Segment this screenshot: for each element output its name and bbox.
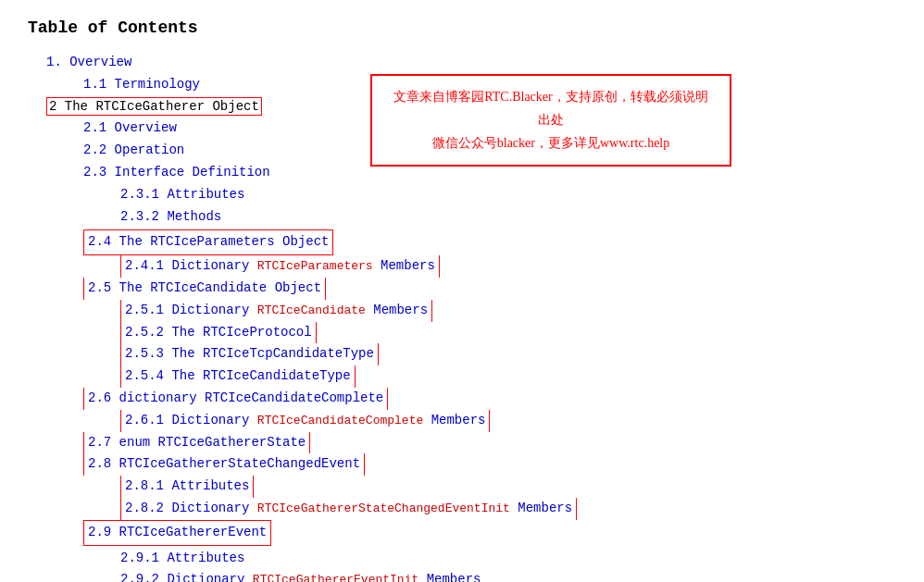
toc-link[interactable]: 2.9 RTCIceGathererEvent	[88, 525, 267, 539]
toc-link[interactable]: 2.8.1 Attributes	[125, 478, 249, 493]
watermark-line2: 微信公众号blacker，更多详见www.rtc.help	[391, 131, 711, 155]
toc-container: Table of Contents 文章来自博客园RTC.Blacker，支持原…	[28, 19, 896, 582]
toc-link[interactable]: Members	[423, 413, 485, 427]
toc-link[interactable]: Members	[373, 258, 435, 273]
toc-link[interactable]: 2.7 enum RTCIceGathererState	[88, 435, 306, 450]
list-item: 2.6.1 Dictionary RTCIceCandidateComplete…	[28, 410, 896, 432]
toc-link[interactable]: 1.1 Terminology	[83, 77, 200, 92]
list-item: 2.4 The RTCIceParameters Object	[28, 229, 896, 255]
toc-link[interactable]: 2.4.1 Dictionary	[125, 258, 257, 273]
toc-link[interactable]: Members	[418, 572, 481, 582]
inline-code: RTCIceCandidateComplete	[257, 414, 423, 427]
list-item: 2.8 RTCIceGathererStateChangedEvent	[28, 453, 896, 476]
list-item: 2.9.2 Dictionary RTCIceGathererEventInit…	[28, 569, 896, 582]
toc-link[interactable]: 2.1 Overview	[83, 120, 177, 135]
inline-code: RTCIceCandidate	[257, 303, 366, 317]
toc-link[interactable]: 2.5.1 Dictionary	[125, 303, 257, 317]
list-item: 2.4.1 Dictionary RTCIceParameters Member…	[28, 255, 896, 278]
page-title: Table of Contents	[28, 19, 896, 37]
inline-code: RTCIceGathererEventInit	[253, 573, 418, 582]
list-item: 2.3.2 Methods	[28, 206, 896, 229]
list-item: 2.5.1 Dictionary RTCIceCandidate Members	[28, 300, 896, 322]
list-item: 2.8.1 Attributes	[28, 476, 896, 498]
toc-link[interactable]: 2.9.2 Dictionary	[120, 572, 253, 582]
list-item: 2.8.2 Dictionary RTCIceGathererStateChan…	[28, 498, 896, 520]
toc-link[interactable]: 2.3 Interface Definition	[83, 165, 270, 180]
list-item: 2.5.2 The RTCIceProtocol	[28, 322, 896, 344]
inline-code: RTCIceGathererStateChangedEventInit	[257, 502, 510, 515]
toc-link[interactable]: 2.8.2 Dictionary	[125, 501, 257, 515]
list-item: 2.6 dictionary RTCIceCandidateComplete	[28, 388, 896, 410]
toc-link[interactable]: 2.6.1 Dictionary	[125, 413, 257, 427]
toc-link[interactable]: 2.5.3 The RTCIceTcpCandidateType	[125, 346, 374, 361]
list-item: 2.5.3 The RTCIceTcpCandidateType	[28, 343, 896, 365]
toc-link[interactable]: 2.5.4 The RTCIceCandidateType	[125, 368, 351, 383]
toc-link-highlighted[interactable]: 2 The RTCIceGatherer Object	[46, 97, 262, 116]
toc-link[interactable]: 2.3.1 Attributes	[120, 187, 244, 202]
list-item: 2.3.1 Attributes	[28, 184, 896, 206]
list-item: 2.5 The RTCIceCandidate Object	[28, 278, 896, 300]
list-item: 2.7 enum RTCIceGathererState	[28, 432, 896, 454]
toc-link[interactable]: 2.6 dictionary RTCIceCandidateComplete	[88, 390, 383, 405]
toc-link[interactable]: 2.5 The RTCIceCandidate Object	[88, 280, 321, 295]
list-item: 2.9.1 Attributes	[28, 548, 896, 570]
toc-link[interactable]: Members	[510, 501, 572, 515]
toc-link[interactable]: 2.2 Operation	[83, 142, 184, 157]
watermark-line1: 文章来自博客园RTC.Blacker，支持原创，转载必须说明出处	[391, 85, 711, 131]
watermark-box: 文章来自博客园RTC.Blacker，支持原创，转载必须说明出处 微信公众号bl…	[370, 74, 731, 167]
list-item: 2.9 RTCIceGathererEvent	[28, 520, 896, 548]
list-item: 2.5.4 The RTCIceCandidateType	[28, 365, 896, 388]
toc-link[interactable]: 2.9.1 Attributes	[120, 551, 244, 565]
toc-link[interactable]: 2.5.2 The RTCIceProtocol	[125, 325, 312, 340]
inline-code: RTCIceParameters	[257, 259, 373, 273]
toc-link[interactable]: 2.4 The RTCIceParameters Object	[88, 234, 329, 249]
toc-link[interactable]: 2.3.2 Methods	[120, 209, 221, 224]
list-item: 1. Overview	[28, 52, 896, 74]
toc-link[interactable]: 2.8 RTCIceGathererStateChangedEvent	[88, 456, 360, 471]
toc-link[interactable]: 1. Overview	[46, 55, 131, 69]
toc-link[interactable]: Members	[366, 303, 428, 317]
